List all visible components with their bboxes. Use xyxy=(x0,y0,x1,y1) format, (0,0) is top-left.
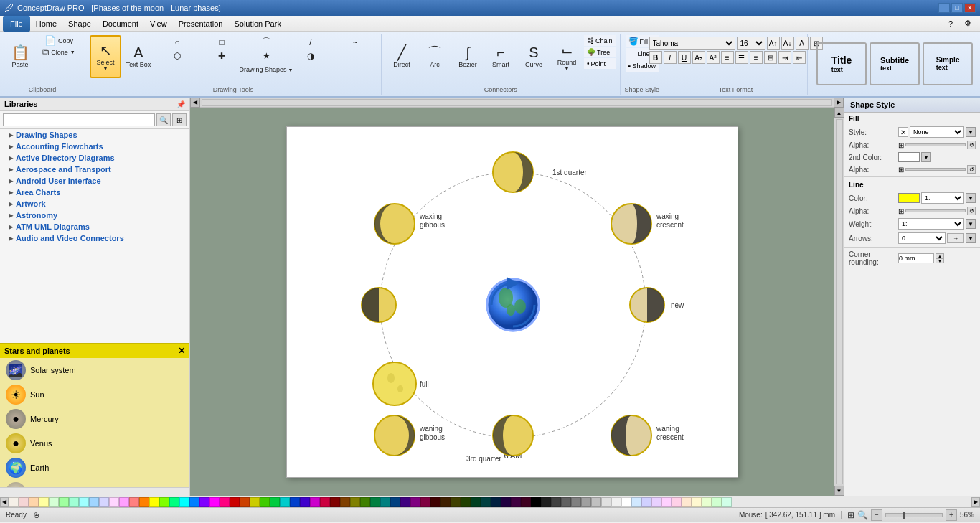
rect-tool[interactable]: □ xyxy=(200,35,243,49)
planet-item-solar[interactable]: 🌌 Solar system xyxy=(0,358,189,382)
sidebar-hscroll[interactable] xyxy=(0,487,189,496)
line-alpha-slider[interactable] xyxy=(905,209,966,212)
palette-color-swatch[interactable] xyxy=(109,497,119,507)
stars-panel-close[interactable]: ✕ xyxy=(178,346,185,356)
indent-btn[interactable]: ⇥ xyxy=(778,51,791,64)
palette-scroll-left[interactable]: ◀ xyxy=(0,497,9,507)
palette-color-swatch[interactable] xyxy=(99,497,109,507)
palette-color-swatch[interactable] xyxy=(591,497,601,507)
planet-item-sun[interactable]: ☀ Sun xyxy=(0,382,189,407)
palette-color-swatch[interactable] xyxy=(692,497,702,507)
hscroll-right[interactable]: ▶ xyxy=(834,98,844,108)
palette-color-swatch[interactable] xyxy=(250,497,260,507)
align-justify-btn[interactable]: ⊟ xyxy=(764,51,777,64)
library-item-android[interactable]: ▶Android User Interface xyxy=(0,175,189,187)
line-color-dropdown[interactable]: ▼ xyxy=(966,193,976,203)
align-left-btn[interactable]: ≡ xyxy=(721,51,734,64)
palette-color-swatch[interactable] xyxy=(390,497,400,507)
palette-color-swatch[interactable] xyxy=(631,497,641,507)
smart-button[interactable]: ⌐ Smart xyxy=(485,35,517,78)
palette-color-swatch[interactable] xyxy=(290,497,300,507)
file-menu[interactable]: File xyxy=(3,16,30,32)
align-center-btn[interactable]: ☰ xyxy=(735,51,748,64)
point-button[interactable]: • Point xyxy=(584,58,616,69)
palette-color-swatch[interactable] xyxy=(601,497,611,507)
minimize-btn[interactable]: _ xyxy=(938,3,950,13)
palette-color-swatch[interactable] xyxy=(400,497,410,507)
palette-color-swatch[interactable] xyxy=(49,497,59,507)
color2-dropdown[interactable]: ▼ xyxy=(921,152,931,162)
palette-color-swatch[interactable] xyxy=(169,497,179,507)
vscroll-down[interactable]: ▼ xyxy=(834,486,844,496)
direct-button[interactable]: ╱ Direct xyxy=(386,35,418,78)
palette-color-swatch[interactable] xyxy=(641,497,651,507)
palette-color-swatch[interactable] xyxy=(300,497,310,507)
paste-button[interactable]: 📋 Paste xyxy=(4,35,36,78)
align-right-btn[interactable]: ≡ xyxy=(750,51,763,64)
outdent-btn[interactable]: ⇤ xyxy=(793,51,806,64)
hscroll-track[interactable] xyxy=(202,99,832,106)
line-tool[interactable]: / xyxy=(289,35,332,49)
palette-color-swatch[interactable] xyxy=(672,497,682,507)
view-toggle-btn[interactable]: ⊞ xyxy=(172,113,187,126)
library-item-astronomy[interactable]: ▶Astronomy xyxy=(0,209,189,221)
palette-color-swatch[interactable] xyxy=(89,497,99,507)
copy-button[interactable]: 📄 Copy xyxy=(37,35,80,46)
palette-color-swatch[interactable] xyxy=(511,497,521,507)
chain-button[interactable]: ⛓ Chain xyxy=(584,35,616,46)
palette-color-swatch[interactable] xyxy=(179,497,189,507)
palette-color-swatch[interactable] xyxy=(119,497,129,507)
palette-color-swatch[interactable] xyxy=(420,497,430,507)
textbox-button[interactable]: A Text Box xyxy=(123,35,154,78)
palette-color-swatch[interactable] xyxy=(19,497,29,507)
font-shrink-btn[interactable]: A↓ xyxy=(781,37,794,50)
document-menu[interactable]: Document xyxy=(97,16,144,32)
sidebar-pin[interactable]: 📌 xyxy=(176,100,185,108)
palette-color-swatch[interactable] xyxy=(712,497,722,507)
palette-color-swatch[interactable] xyxy=(621,497,631,507)
style-select[interactable]: None xyxy=(910,126,964,138)
palette-color-swatch[interactable] xyxy=(581,497,591,507)
palette-color-swatch[interactable] xyxy=(722,497,732,507)
hscroll-left[interactable]: ◀ xyxy=(190,98,200,108)
planet-item-mercury[interactable]: ● Mercury xyxy=(0,407,189,431)
palette-color-swatch[interactable] xyxy=(682,497,692,507)
palette-color-swatch[interactable] xyxy=(260,497,270,507)
palette-color-swatch[interactable] xyxy=(551,497,561,507)
help-icon[interactable]: ? xyxy=(943,16,958,32)
palette-color-swatch[interactable] xyxy=(39,497,49,507)
palette-color-swatch[interactable] xyxy=(702,497,712,507)
title-style-btn[interactable]: Title text xyxy=(816,42,867,85)
diagram-paper[interactable]: 6 PM 6 AM 12 AM noon 1st quarter waxin xyxy=(286,126,738,478)
sector-tool[interactable]: ◑ xyxy=(289,50,332,62)
planet-item-venus[interactable]: ● Venus xyxy=(0,431,189,456)
line-color-select[interactable]: 1: xyxy=(921,192,964,204)
palette-color-swatch[interactable] xyxy=(481,497,491,507)
palette-color-swatch[interactable] xyxy=(270,497,280,507)
palette-color-swatch[interactable] xyxy=(280,497,290,507)
arc-button[interactable]: ⌒ Arc xyxy=(419,35,451,78)
view-menu[interactable]: View xyxy=(144,16,173,32)
sub-btn[interactable]: A₂ xyxy=(692,51,705,64)
shape-menu[interactable]: Shape xyxy=(62,16,97,32)
vscroll-track[interactable] xyxy=(836,119,843,484)
fit-icon[interactable]: ⊞ xyxy=(847,510,854,520)
palette-color-swatch[interactable] xyxy=(471,497,481,507)
palette-color-swatch[interactable] xyxy=(330,497,340,507)
palette-color-swatch[interactable] xyxy=(129,497,139,507)
alpha2-reset[interactable]: ↺ xyxy=(967,165,976,174)
palette-color-swatch[interactable] xyxy=(360,497,370,507)
palette-color-swatch[interactable] xyxy=(189,497,199,507)
palette-color-swatch[interactable] xyxy=(320,497,330,507)
library-item-drawing-shapes[interactable]: ▶Drawing Shapes xyxy=(0,129,189,141)
italic-btn[interactable]: I xyxy=(664,51,677,64)
palette-scroll-right[interactable]: ▶ xyxy=(971,497,980,507)
planet-item-earth[interactable]: 🌍 Earth xyxy=(0,456,189,480)
weight-dropdown[interactable]: ▼ xyxy=(966,219,976,229)
home-menu[interactable]: Home xyxy=(30,16,62,32)
zoom-track[interactable] xyxy=(885,513,943,517)
subtitle-style-btn[interactable]: Subtitle text xyxy=(870,42,920,85)
presentation-menu[interactable]: Presentation xyxy=(173,16,229,32)
font-color-btn[interactable]: A xyxy=(796,37,809,50)
zoom-out-btn[interactable]: − xyxy=(871,509,882,521)
